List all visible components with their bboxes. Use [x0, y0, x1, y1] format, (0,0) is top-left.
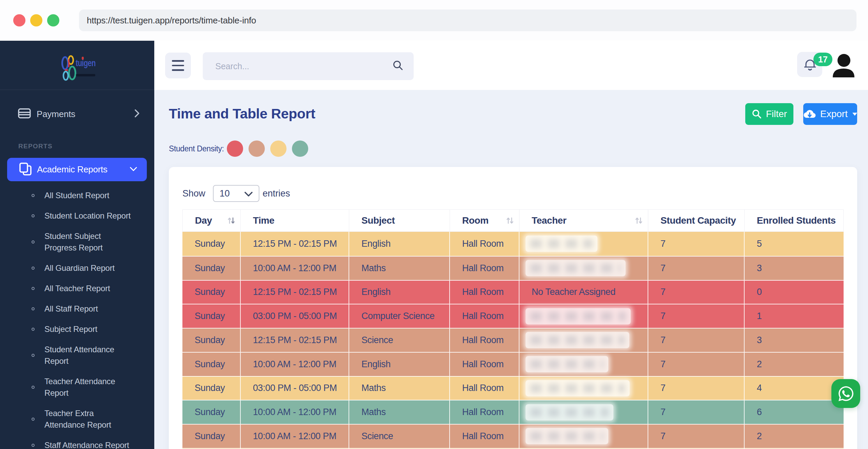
cell-room: Hall Room	[450, 280, 519, 304]
notification-badge: 17	[813, 53, 832, 66]
sidebar-subitem-label: Teacher Attendance Report	[44, 376, 134, 399]
sidebar-subitem-student-subject-progress-report[interactable]: Student Subject Progress Report	[0, 226, 154, 258]
search-input[interactable]	[203, 61, 393, 71]
cell-time: 03:00 PM - 05:00 PM	[241, 376, 349, 400]
cell-subject: Science	[349, 328, 450, 352]
sidebar-subitem-all-teacher-report[interactable]: All Teacher Report	[0, 278, 154, 299]
logo-accent-dot	[82, 57, 84, 60]
cell-student-capacity: 7	[648, 280, 745, 304]
cell-time: 03:00 PM - 05:00 PM	[241, 304, 349, 328]
caret-down-icon	[852, 113, 857, 116]
sidebar-item-label: Academic Reports	[37, 164, 107, 175]
cell-student-capacity: 7	[648, 328, 745, 352]
cell-teacher	[519, 400, 648, 424]
sidebar-subitem-student-location-report[interactable]: Student Location Report	[0, 206, 154, 226]
column-header-student-capacity: Student Capacity	[648, 209, 745, 232]
table-row: Sunday12:15 PM - 02:15 PMEnglishHall Roo…	[182, 232, 844, 256]
column-header-room[interactable]: Room	[450, 209, 519, 232]
sidebar: tuigen Payments REPORTS Academic Reports…	[0, 41, 154, 449]
cell-subject: English	[349, 232, 450, 256]
logo-icon	[61, 54, 76, 81]
cell-student-capacity: 7	[648, 256, 745, 280]
cell-teacher	[519, 328, 648, 352]
cell-day: Sunday	[182, 304, 241, 328]
sort-arrows-icon	[634, 216, 643, 225]
sidebar-subitem-label: Student Attendance Report	[44, 344, 134, 367]
filter-button[interactable]: Filter	[745, 103, 793, 125]
sidebar-subitem-staff-attendance-report[interactable]: Staff Attendance Report	[0, 435, 154, 449]
chevron-down-icon	[244, 189, 253, 199]
redacted-teacher-name	[526, 236, 597, 252]
chevron-right-icon	[134, 109, 140, 119]
timetable-table: DayTimeSubjectRoomTeacherStudent Capacit…	[182, 209, 844, 449]
credit-card-icon	[18, 108, 31, 120]
cell-time: 12:15 PM - 02:15 PM	[241, 328, 349, 352]
chevron-down-icon	[130, 166, 137, 173]
cell-day: Sunday	[182, 232, 241, 256]
cell-subject: Maths	[349, 376, 450, 400]
column-header-day[interactable]: Day	[182, 209, 241, 232]
url-text: https://test.tuigen.app/reports/time-tab…	[87, 15, 256, 26]
window-close-button[interactable]	[13, 14, 25, 26]
export-button[interactable]: Export	[803, 103, 857, 125]
cell-enrolled-students: 3	[745, 328, 844, 352]
sidebar-item-academic-reports[interactable]: Academic Reports	[7, 158, 147, 181]
cell-time: 10:00 AM - 12:00 PM	[241, 424, 349, 448]
cell-student-capacity: 7	[648, 400, 745, 424]
redacted-teacher-name	[526, 260, 626, 276]
redacted-teacher-name	[526, 308, 631, 324]
sidebar-subitem-all-staff-report[interactable]: All Staff Report	[0, 299, 154, 319]
cell-student-capacity: 7	[648, 304, 745, 328]
redacted-teacher-name	[526, 404, 613, 420]
cell-time: 10:00 AM - 12:00 PM	[241, 256, 349, 280]
app-logo[interactable]: tuigen	[61, 54, 97, 81]
cell-student-capacity: 7	[648, 424, 745, 448]
column-header-label: Enrolled Students	[757, 215, 836, 226]
search-icon[interactable]	[393, 60, 403, 72]
sidebar-sub-list: All Student ReportStudent Location Repor…	[0, 185, 154, 449]
page-size-select[interactable]: 10	[213, 185, 259, 202]
column-header-teacher[interactable]: Teacher	[519, 209, 648, 232]
bullet-circle-icon	[32, 328, 35, 331]
reports-copy-icon	[19, 162, 32, 177]
sidebar-subitem-all-guardian-report[interactable]: All Guardian Report	[0, 258, 154, 278]
bullet-circle-icon	[32, 241, 35, 244]
sidebar-subitem-teacher-extra-attendance-report[interactable]: Teacher Extra Attendance Report	[0, 403, 154, 435]
cell-teacher	[519, 376, 648, 400]
sidebar-subitem-label: Student Location Report	[44, 210, 131, 222]
density-label: Student Density:	[169, 144, 224, 153]
cell-enrolled-students: 3	[745, 256, 844, 280]
column-header-label: Room	[462, 215, 489, 226]
menu-toggle-button[interactable]	[165, 53, 191, 78]
sidebar-subitem-student-attendance-report[interactable]: Student Attendance Report	[0, 339, 154, 371]
cell-time: 10:00 AM - 12:00 PM	[241, 352, 349, 376]
cell-time: 10:00 AM - 12:00 PM	[241, 400, 349, 424]
logo-tagline	[76, 74, 95, 76]
whatsapp-button[interactable]	[831, 379, 860, 408]
cell-room: Hall Room	[450, 424, 519, 448]
logo-text: tuigen	[76, 58, 96, 69]
column-header-label: Subject	[361, 215, 395, 226]
cell-time: 12:15 PM - 02:15 PM	[241, 280, 349, 304]
window-minimize-button[interactable]	[30, 14, 42, 26]
cell-day: Sunday	[182, 376, 241, 400]
cell-student-capacity: 7	[648, 376, 745, 400]
sidebar-subitem-all-student-report[interactable]: All Student Report	[0, 185, 154, 206]
table-row: Sunday12:15 PM - 02:15 PMEnglishHall Roo…	[182, 280, 844, 304]
column-header-enrolled-students: Enrolled Students	[745, 209, 844, 232]
bullet-circle-icon	[32, 194, 35, 197]
sidebar-subitem-subject-report[interactable]: Subject Report	[0, 319, 154, 339]
cell-enrolled-students: 4	[745, 376, 844, 400]
sort-arrows-icon	[227, 216, 236, 225]
bullet-circle-icon	[32, 214, 35, 218]
cell-day: Sunday	[182, 352, 241, 376]
user-avatar[interactable]	[832, 54, 855, 77]
cell-teacher	[519, 424, 648, 448]
column-header-label: Student Capacity	[660, 215, 736, 226]
sidebar-item-payments[interactable]: Payments	[0, 104, 154, 124]
cell-enrolled-students: 0	[745, 280, 844, 304]
window-maximize-button[interactable]	[47, 14, 59, 26]
bullet-circle-icon	[32, 307, 35, 311]
address-bar[interactable]: https://test.tuigen.app/reports/time-tab…	[79, 10, 856, 31]
sidebar-subitem-teacher-attendance-report[interactable]: Teacher Attendance Report	[0, 371, 154, 403]
